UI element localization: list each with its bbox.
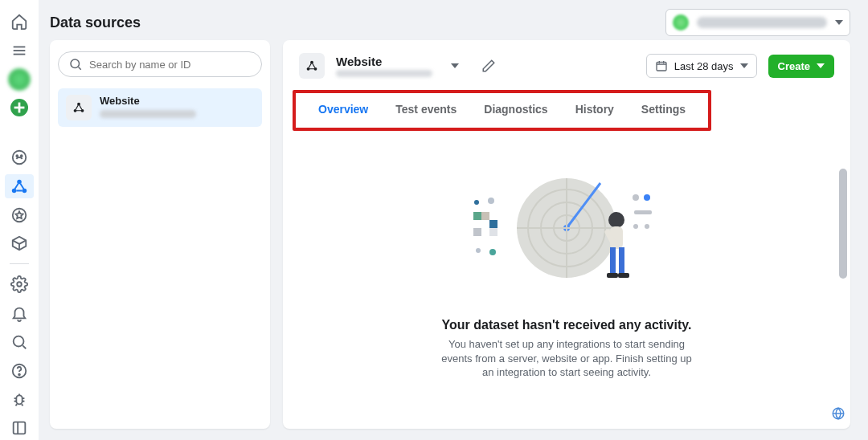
svg-point-7 xyxy=(21,155,23,157)
svg-rect-53 xyxy=(607,273,618,278)
svg-rect-54 xyxy=(618,273,629,278)
svg-point-8 xyxy=(17,180,22,185)
svg-point-15 xyxy=(18,373,20,375)
empty-state: Your dataset hasn't received any activit… xyxy=(283,131,850,429)
svg-point-44 xyxy=(633,194,639,201)
svg-rect-35 xyxy=(473,212,481,220)
create-button[interactable]: Create xyxy=(768,55,834,78)
dataset-dropdown[interactable] xyxy=(444,55,466,77)
tab-history[interactable]: History xyxy=(571,93,619,128)
svg-point-40 xyxy=(474,200,479,205)
content-row: Website Website xyxy=(39,35,862,440)
notifications-icon[interactable] xyxy=(5,301,34,325)
help-icon[interactable] xyxy=(5,359,34,383)
empty-state-desc: You haven't set up any integrations to s… xyxy=(438,337,695,380)
package-icon[interactable] xyxy=(5,232,34,256)
chevron-down-icon xyxy=(451,63,459,68)
svg-point-43 xyxy=(489,249,496,255)
add-button[interactable] xyxy=(5,96,34,120)
svg-rect-26 xyxy=(657,62,666,71)
create-button-label: Create xyxy=(778,60,810,72)
empty-state-title: Your dataset hasn't received any activit… xyxy=(442,318,692,332)
date-range-label: Last 28 days xyxy=(674,60,734,72)
edit-dataset-button[interactable] xyxy=(477,55,500,77)
svg-point-42 xyxy=(476,248,481,253)
menu-icon[interactable] xyxy=(5,39,34,63)
search-input-wrap[interactable] xyxy=(58,51,262,77)
empty-state-illustration xyxy=(462,164,671,304)
datasource-item-id-redacted xyxy=(100,110,196,118)
svg-point-13 xyxy=(14,336,24,346)
svg-point-45 xyxy=(644,194,650,201)
svg-rect-16 xyxy=(16,396,22,405)
main-column: Data sources Website xyxy=(39,0,868,440)
svg-point-48 xyxy=(645,224,649,229)
page-title: Data sources xyxy=(50,14,141,31)
calendar-icon xyxy=(655,59,668,72)
datasource-list-item[interactable]: Website xyxy=(58,88,262,127)
svg-rect-51 xyxy=(610,247,616,275)
datasource-item-icon xyxy=(66,95,92,120)
detail-header: Website Last 28 days Create xyxy=(283,40,850,85)
search-input[interactable] xyxy=(89,59,252,71)
chevron-down-icon xyxy=(817,63,825,68)
globe-icon[interactable] xyxy=(831,406,845,424)
svg-point-10 xyxy=(23,189,27,194)
svg-point-6 xyxy=(16,155,18,157)
account-name-redacted xyxy=(697,17,827,28)
datasource-detail-panel: Website Last 28 days Create xyxy=(283,40,850,429)
svg-point-19 xyxy=(71,59,80,68)
gauge-icon[interactable] xyxy=(5,145,34,169)
tab-diagnostics[interactable]: Diagnostics xyxy=(479,93,552,128)
rail-divider xyxy=(10,263,29,264)
chevron-down-icon xyxy=(835,20,843,25)
search-icon xyxy=(68,57,83,71)
svg-rect-39 xyxy=(489,228,497,236)
left-icon-rail xyxy=(0,0,39,440)
datasource-list-panel: Website xyxy=(50,40,270,429)
svg-point-49 xyxy=(608,212,624,228)
date-range-picker[interactable]: Last 28 days xyxy=(646,54,757,78)
search-nav-icon[interactable] xyxy=(5,330,34,354)
tab-settings[interactable]: Settings xyxy=(637,93,690,128)
tab-overview[interactable]: Overview xyxy=(313,93,373,128)
svg-rect-38 xyxy=(473,228,481,236)
topbar: Data sources xyxy=(39,0,862,35)
svg-rect-17 xyxy=(14,422,26,434)
account-avatar xyxy=(673,14,689,31)
chevron-down-icon xyxy=(740,63,748,68)
home-icon[interactable] xyxy=(5,10,34,34)
datasource-item-label: Website xyxy=(100,95,196,107)
svg-point-9 xyxy=(12,189,17,194)
settings-icon[interactable] xyxy=(5,272,34,296)
tabs-highlighted-box: Overview Test events Diagnostics History… xyxy=(293,90,711,131)
svg-point-47 xyxy=(633,224,638,229)
tab-test-events[interactable]: Test events xyxy=(391,93,461,128)
svg-point-41 xyxy=(488,198,494,204)
scrollbar-thumb[interactable] xyxy=(839,169,847,279)
scrollbar[interactable] xyxy=(839,169,847,413)
detail-header-sub-redacted xyxy=(336,70,432,77)
svg-rect-37 xyxy=(489,220,497,228)
svg-rect-52 xyxy=(619,247,624,275)
pencil-icon xyxy=(481,59,496,73)
detail-header-title: Website xyxy=(336,55,432,68)
star-badge-icon[interactable] xyxy=(5,203,34,227)
svg-point-12 xyxy=(17,282,22,287)
current-account-avatar[interactable] xyxy=(5,67,34,92)
bug-icon[interactable] xyxy=(5,387,34,411)
account-picker[interactable] xyxy=(665,9,850,36)
detail-header-icon xyxy=(299,53,325,79)
svg-rect-36 xyxy=(481,212,489,220)
datasources-nav-icon[interactable] xyxy=(5,174,34,198)
detail-header-title-wrap: Website xyxy=(336,55,432,77)
panel-icon[interactable] xyxy=(5,416,34,440)
svg-rect-46 xyxy=(634,210,652,214)
